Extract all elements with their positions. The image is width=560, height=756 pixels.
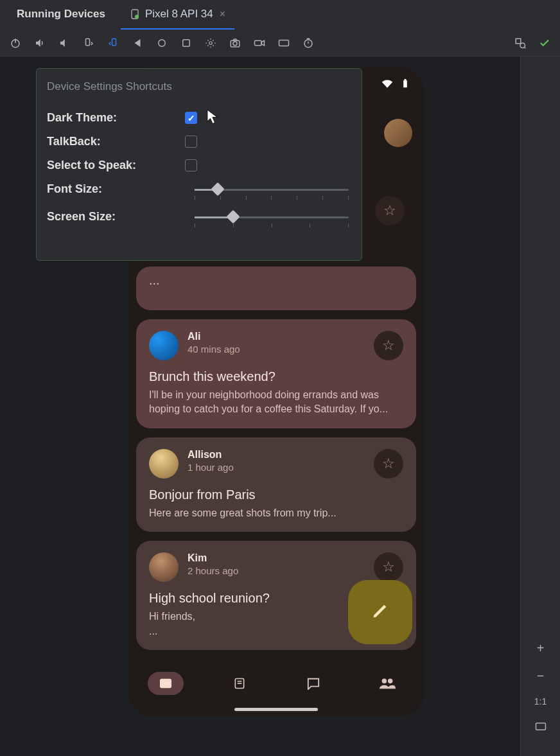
screen-size-slider[interactable] [195, 211, 349, 224]
status-bar [381, 79, 411, 91]
svg-rect-23 [403, 80, 407, 87]
checkmark-icon[interactable] [537, 35, 552, 51]
overview-icon[interactable] [179, 35, 194, 51]
volume-down-icon[interactable] [57, 35, 72, 51]
right-toolbar: + − 1:1 [520, 57, 560, 756]
svg-rect-25 [160, 679, 171, 688]
nav-articles[interactable] [222, 672, 258, 695]
svg-rect-24 [405, 79, 407, 80]
rotate-right-icon[interactable] [105, 35, 121, 51]
settings-gear-icon[interactable] [203, 35, 218, 51]
email-card[interactable]: Allison 1 hour ago ☆ Bonjour from Paris … [136, 437, 416, 532]
email-time: 40 mins ago [188, 344, 240, 355]
nav-groups[interactable] [369, 672, 405, 695]
volume-up-icon[interactable] [32, 35, 48, 51]
nav-chat[interactable] [295, 672, 331, 695]
nav-inbox[interactable] [148, 672, 184, 695]
profile-avatar[interactable] [384, 119, 412, 147]
zoom-out-icon[interactable]: − [537, 669, 545, 683]
star-button[interactable]: ☆ [374, 331, 403, 360]
svg-rect-19 [516, 39, 521, 44]
svg-line-21 [525, 47, 526, 48]
pencil-icon [371, 602, 389, 622]
zoom-in-icon[interactable]: + [537, 641, 545, 656]
emulator-toolbar [0, 30, 560, 57]
sender-avatar [149, 552, 179, 582]
keyboard-icon[interactable] [276, 35, 292, 51]
email-sender: Ali [188, 331, 240, 342]
star-button[interactable]: ☆ [374, 552, 403, 582]
tab-running-devices[interactable]: Running Devices [8, 0, 114, 30]
svg-point-8 [209, 41, 213, 44]
talkback-checkbox[interactable] [185, 136, 197, 148]
zoom-reset-button[interactable]: 1:1 [534, 696, 547, 707]
email-preview: I'll be in your neighborhood doing erran… [149, 388, 403, 417]
tab-label: Running Devices [17, 8, 105, 21]
svg-point-20 [520, 43, 525, 48]
svg-point-29 [381, 679, 386, 683]
email-subject: Bonjour from Paris [149, 488, 403, 502]
tab-device[interactable]: Pixel 8 API 34 × [121, 0, 234, 30]
power-icon[interactable] [8, 35, 23, 51]
email-preview: ... [149, 273, 403, 288]
phone-icon [130, 9, 140, 19]
email-card[interactable]: Ali 40 mins ago ☆ Brunch this weekend? I… [136, 319, 416, 428]
record-icon[interactable] [252, 35, 267, 51]
svg-rect-7 [183, 39, 190, 46]
timer-icon[interactable] [301, 35, 316, 51]
talkback-label: TalkBack: [47, 135, 185, 148]
popup-title: Device Settings Shortcuts [47, 80, 351, 93]
dark-theme-label: Dark Theme: [47, 111, 185, 125]
select-to-speak-label: Select to Speak: [47, 159, 185, 172]
star-button[interactable]: ☆ [374, 449, 403, 479]
email-sender: Allison [188, 449, 234, 461]
email-preview: Here are some great shots from my trip..… [149, 506, 403, 520]
email-time: 2 hours ago [188, 565, 238, 576]
sender-avatar [149, 449, 179, 479]
svg-point-1 [135, 15, 139, 19]
layout-inspector-icon[interactable] [512, 35, 528, 51]
tab-device-label: Pixel 8 API 34 [145, 8, 213, 21]
battery-icon [399, 79, 411, 91]
svg-rect-12 [279, 40, 289, 46]
svg-rect-11 [255, 40, 262, 46]
close-icon[interactable]: × [220, 8, 225, 20]
device-settings-popup: Device Settings Shortcuts Dark Theme: Ta… [36, 68, 362, 261]
screen-size-label: Screen Size: [47, 210, 195, 224]
bottom-navigation [128, 662, 424, 705]
dark-theme-checkbox[interactable] [185, 112, 197, 124]
tab-bar: Running Devices Pixel 8 API 34 × [0, 0, 560, 30]
svg-point-30 [387, 679, 392, 683]
font-size-label: Font Size: [47, 182, 195, 196]
svg-point-6 [159, 39, 166, 46]
screenshot-icon[interactable] [227, 35, 243, 51]
svg-rect-4 [86, 39, 90, 46]
email-time: 1 hour ago [188, 462, 234, 473]
fit-screen-icon[interactable] [535, 719, 547, 734]
svg-rect-22 [536, 723, 545, 730]
email-subject: Brunch this weekend? [149, 369, 403, 384]
rotate-left-icon[interactable] [81, 35, 96, 51]
wifi-icon [381, 79, 393, 91]
svg-rect-5 [112, 39, 116, 46]
email-sender: Kim [188, 552, 238, 564]
font-size-slider[interactable] [195, 183, 349, 196]
select-to-speak-checkbox[interactable] [185, 159, 197, 171]
back-icon[interactable] [130, 35, 145, 51]
gesture-handle[interactable] [234, 708, 318, 711]
email-card[interactable]: ... [136, 267, 416, 310]
svg-point-10 [233, 41, 237, 45]
compose-fab[interactable] [348, 580, 412, 644]
home-icon[interactable] [154, 35, 170, 51]
sender-avatar [149, 331, 179, 360]
